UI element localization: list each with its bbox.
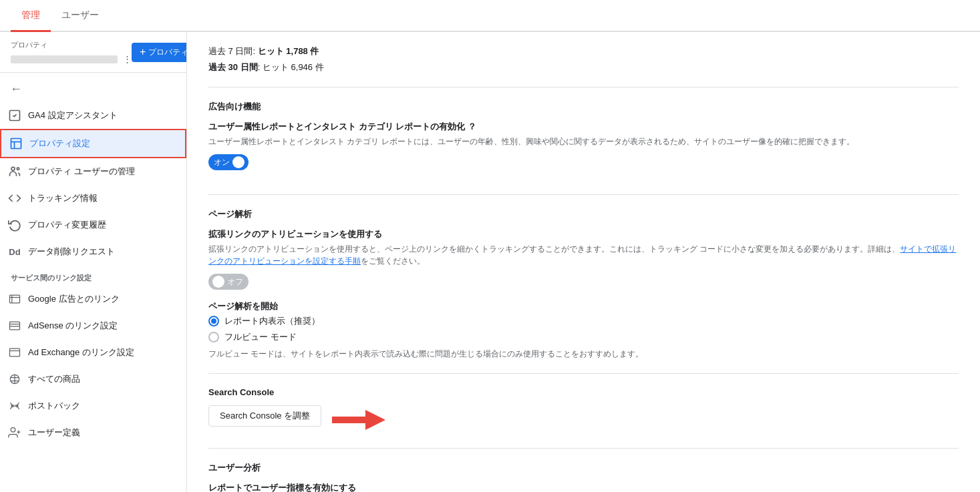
search-console-title: Search Console <box>208 387 959 397</box>
sidebar-item-property-settings[interactable]: プロパティ設定 <box>0 129 186 158</box>
divider-2 <box>208 194 959 195</box>
stat-30days: 過去 30 日間: ヒット 6,946 件 <box>208 61 959 73</box>
users-icon <box>8 165 21 178</box>
toggle-off-label: オフ <box>227 276 243 288</box>
nav-item-user[interactable]: ユーザー <box>51 0 110 32</box>
search-console-button[interactable]: Search Console を調整 <box>208 405 321 427</box>
property-name-bar <box>11 55 118 63</box>
svg-point-4 <box>11 167 15 170</box>
stat-7days-label: 過去 7 日間: <box>208 46 255 56</box>
property-selector: ⋮ <box>11 54 132 64</box>
property-users-label: プロパティ ユーザーの管理 <box>28 166 135 178</box>
sidebar-item-all-products[interactable]: すべての商品 <box>0 366 186 393</box>
stat-7days: 過去 7 日間: ヒット 1,788 件 <box>208 45 959 57</box>
sidebar-item-tracking[interactable]: トラッキング情報 <box>0 185 186 212</box>
search-console-row: Search Console を調整 <box>208 405 959 435</box>
toggle-off-circle <box>212 276 224 288</box>
stat-30days-label: 過去 30 日間: <box>208 62 260 72</box>
ga4-setup-label: GA4 設定アシスタント <box>28 109 118 121</box>
dd-icon: Dd <box>8 245 21 258</box>
svg-point-5 <box>17 168 19 170</box>
code-icon <box>8 192 21 205</box>
page-analysis-start-label: ページ解析を開始 <box>208 300 959 312</box>
google-ads-icon <box>8 292 21 306</box>
user-analysis-title: ユーザー分析 <box>208 462 959 474</box>
table-icon <box>9 137 23 150</box>
postback-icon <box>8 399 21 413</box>
sidebar-item-property-history[interactable]: プロパティ変更履歴 <box>0 212 186 238</box>
sidebar-item-user-definition[interactable]: ユーザー定義 <box>0 419 186 446</box>
google-ads-label: Google 広告とのリンク <box>28 293 120 305</box>
stat-30days-value: ヒット 6,946 件 <box>263 62 324 72</box>
back-icon: ← <box>10 82 22 96</box>
all-products-label: すべての商品 <box>28 373 80 385</box>
nav-item-kanri[interactable]: 管理 <box>11 0 51 32</box>
sidebar: プロパティ ⋮ + プロパティを作成 ← GA4 設 <box>0 32 187 492</box>
attribution-title: 拡張リンクのアトリビューションを使用する <box>208 228 959 240</box>
red-arrow-annotation <box>332 407 385 433</box>
property-info: プロパティ ⋮ <box>11 40 132 64</box>
main-layout: プロパティ ⋮ + プロパティを作成 ← GA4 設 <box>0 32 980 492</box>
sidebar-item-postback[interactable]: ポストバック <box>0 393 186 419</box>
red-arrow-icon <box>332 407 385 433</box>
postback-label: ポストバック <box>28 400 80 412</box>
radio-item-fullview[interactable]: フルビュー モード <box>208 331 959 343</box>
property-settings-label: プロパティ設定 <box>29 138 90 150</box>
property-section: プロパティ ⋮ + プロパティを作成 <box>0 32 186 73</box>
user-def-icon <box>8 426 21 439</box>
sidebar-item-data-delete[interactable]: Dd データ削除リクエスト <box>0 238 186 265</box>
radio-dot-empty <box>208 332 219 342</box>
back-button[interactable]: ← <box>5 78 27 99</box>
adsense-label: AdSense のリンク設定 <box>28 320 118 332</box>
user-report-desc: ユーザー属性レポートとインタレスト カテゴリ レポートには、ユーザーの年齢、性別… <box>208 136 959 148</box>
create-property-button[interactable]: + プロパティを作成 <box>132 43 187 62</box>
user-report-title: ユーザー属性レポートとインタレスト カテゴリ レポートの有効化 ？ <box>208 121 959 133</box>
attribution-toggle[interactable]: オフ <box>208 274 249 290</box>
divider-4 <box>208 448 959 449</box>
adsense-icon <box>8 319 21 332</box>
tracking-label: トラッキング情報 <box>28 192 98 204</box>
radio-dot-filled <box>208 316 219 326</box>
history-icon <box>8 218 21 232</box>
ad-exchange-icon <box>8 346 21 359</box>
svg-rect-1 <box>11 139 21 149</box>
ad-exchange-label: Ad Exchange のリンク設定 <box>28 346 134 358</box>
data-delete-label: データ削除リクエスト <box>28 246 115 258</box>
page-analysis-note: フルビュー モードは、サイトをレポート内表示で読み込む際に問題が生じる場合にのみ… <box>208 348 959 360</box>
page-analysis-radio-group: レポート内表示（推奨） フルビュー モード <box>208 315 959 343</box>
svg-point-18 <box>11 428 15 433</box>
property-dots[interactable]: ⋮ <box>123 54 132 64</box>
top-nav: 管理 ユーザー <box>0 0 980 32</box>
ad-features-title: 広告向け機能 <box>208 101 959 113</box>
all-products-icon <box>8 373 21 386</box>
user-report-toggle[interactable]: オン <box>208 154 249 170</box>
content-area: 過去 7 日間: ヒット 1,788 件 過去 30 日間: ヒット 6,946… <box>187 32 980 492</box>
svg-rect-6 <box>10 295 20 303</box>
sidebar-item-ga4-setup[interactable]: GA4 設定アシスタント <box>0 102 186 129</box>
toggle-on-label: オン <box>214 157 230 168</box>
svg-marker-21 <box>332 410 385 430</box>
property-label: プロパティ <box>11 40 132 50</box>
page-analysis-title: ページ解析 <box>208 208 959 220</box>
attribution-desc-pre: 拡張リンクのアトリビューションを使用すると、ページ上のリンクを細かくトラッキング… <box>208 244 900 254</box>
user-metrics-title: レポートでユーザー指標を有効にする <box>208 482 959 492</box>
create-property-label: プロパティを作成 <box>148 47 187 58</box>
sidebar-item-property-users[interactable]: プロパティ ユーザーの管理 <box>0 158 186 185</box>
stat-7days-value: ヒット 1,788 件 <box>258 46 319 56</box>
checkbox-icon <box>8 109 21 122</box>
radio-fullview-label: フルビュー モード <box>224 331 297 343</box>
sidebar-item-ad-exchange[interactable]: Ad Exchange のリンク設定 <box>0 339 186 366</box>
attribution-desc: 拡張リンクのアトリビューションを使用すると、ページ上のリンクを細かくトラッキング… <box>208 243 959 267</box>
property-history-label: プロパティ変更履歴 <box>28 219 106 231</box>
toggle-circle <box>232 156 244 168</box>
divider-3 <box>208 373 959 374</box>
attribution-desc-post: をご覧ください。 <box>361 256 425 266</box>
user-def-label: ユーザー定義 <box>28 427 80 439</box>
sidebar-item-adsense[interactable]: AdSense のリンク設定 <box>0 312 186 339</box>
plus-icon: + <box>140 47 146 57</box>
radio-item-report-view[interactable]: レポート内表示（推奨） <box>208 315 959 327</box>
sidebar-item-google-ads[interactable]: Google 広告とのリンク <box>0 286 186 312</box>
radio-report-view-label: レポート内表示（推奨） <box>224 315 320 327</box>
divider-1 <box>208 87 959 87</box>
svg-rect-9 <box>10 322 20 330</box>
